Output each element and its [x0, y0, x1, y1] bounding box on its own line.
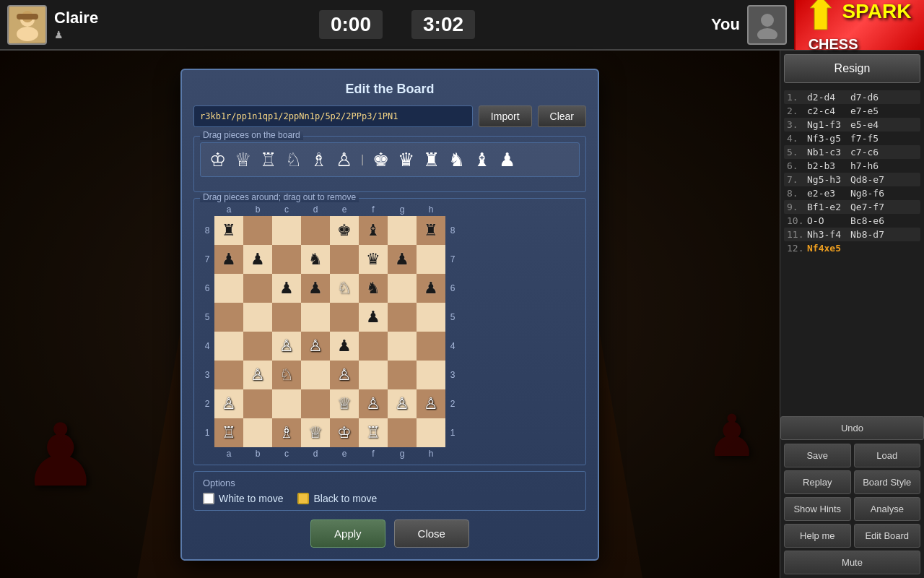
move-white[interactable]: O-O	[807, 215, 850, 226]
board-cell-a6[interactable]	[214, 274, 243, 303]
help-me-button[interactable]: Help me	[784, 524, 851, 548]
white-knight-piece[interactable]: ♘	[282, 149, 305, 171]
black-rook-piece[interactable]: ♜	[420, 149, 443, 171]
black-king-piece[interactable]: ♚	[370, 149, 392, 171]
white-queen-piece[interactable]: ♕	[232, 149, 254, 171]
white-king-piece[interactable]: ♔	[206, 149, 229, 171]
move-black[interactable]: e7-e5	[850, 105, 894, 116]
move-white[interactable]: Ng5-h3	[807, 174, 850, 185]
board-cell-d3[interactable]	[301, 361, 330, 389]
board-cell-g1[interactable]	[388, 418, 417, 447]
board-cell-h1[interactable]	[417, 418, 445, 447]
fen-input[interactable]	[193, 105, 473, 127]
move-white[interactable]: c2-c4	[807, 105, 850, 116]
white-rook-piece[interactable]: ♖	[257, 149, 279, 171]
board-cell-f4[interactable]	[359, 332, 388, 361]
board-cell-c5[interactable]	[272, 303, 301, 332]
board-cell-e5[interactable]	[330, 303, 359, 332]
board-cell-h5[interactable]	[417, 303, 445, 332]
board-cell-b7[interactable]: ♟	[243, 245, 272, 274]
board-cell-b5[interactable]	[243, 303, 272, 332]
white-pawn-piece[interactable]: ♙	[333, 149, 355, 171]
move-white[interactable]: Nb1-c3	[807, 147, 850, 158]
board-cell-c2[interactable]	[272, 389, 301, 418]
board-cell-b1[interactable]	[243, 418, 272, 447]
board-cell-g7[interactable]: ♟	[388, 245, 417, 274]
board-cell-e7[interactable]	[330, 245, 359, 274]
board-cell-d1[interactable]: ♕	[301, 418, 330, 447]
white-bishop-piece[interactable]: ♗	[308, 149, 330, 171]
board-cell-b6[interactable]	[243, 274, 272, 303]
move-white[interactable]: Nf4xe5	[807, 243, 850, 254]
board-cell-d6[interactable]: ♟	[301, 274, 330, 303]
move-black[interactable]: c7-c6	[850, 147, 894, 158]
board-cell-c7[interactable]	[272, 245, 301, 274]
board-cell-a8[interactable]: ♜	[214, 216, 243, 245]
black-to-move-option[interactable]: Black to move	[297, 493, 377, 504]
board-cell-e8[interactable]: ♚	[330, 216, 359, 245]
move-white[interactable]: Ng1-f3	[807, 119, 850, 130]
board-cell-d8[interactable]	[301, 216, 330, 245]
white-to-move-option[interactable]: White to move	[203, 493, 283, 504]
black-knight-piece[interactable]: ♞	[445, 149, 468, 171]
analyse-button[interactable]: Analyse	[854, 497, 921, 521]
edit-board-button[interactable]: Edit Board	[854, 524, 921, 548]
move-black[interactable]: d7-d6	[850, 92, 894, 103]
board-cell-c3[interactable]: ♘	[272, 361, 301, 389]
board-cell-a5[interactable]	[214, 303, 243, 332]
board-cell-f1[interactable]: ♖	[359, 418, 388, 447]
board-cell-c6[interactable]: ♟	[272, 274, 301, 303]
move-black[interactable]: Ng8-f6	[850, 188, 894, 199]
black-pawn-piece[interactable]: ♟	[496, 149, 518, 171]
board-cell-c4[interactable]: ♙	[272, 332, 301, 361]
board-cell-b3[interactable]: ♙	[243, 361, 272, 389]
load-button[interactable]: Load	[854, 444, 921, 467]
white-to-move-checkbox[interactable]	[203, 493, 214, 504]
replay-button[interactable]: Replay	[784, 470, 851, 494]
board-cell-f8[interactable]: ♝	[359, 216, 388, 245]
board-cell-a2[interactable]: ♙	[214, 389, 243, 418]
move-white[interactable]: Nf3-g5	[807, 133, 850, 144]
show-hints-button[interactable]: Show Hints	[784, 497, 851, 521]
board-cell-a1[interactable]: ♖	[214, 418, 243, 447]
move-white[interactable]: Bf1-e2	[807, 202, 850, 212]
undo-button[interactable]: Undo	[780, 416, 924, 440]
close-button[interactable]: Close	[394, 519, 469, 548]
board-cell-h7[interactable]	[417, 245, 445, 274]
move-black[interactable]: Bc8-e6	[850, 215, 894, 226]
board-cell-e1[interactable]: ♔	[330, 418, 359, 447]
board-cell-b8[interactable]	[243, 216, 272, 245]
resign-button[interactable]: Resign	[784, 54, 920, 83]
board-cell-e6[interactable]: ♘	[330, 274, 359, 303]
board-cell-d2[interactable]	[301, 389, 330, 418]
board-cell-f2[interactable]: ♙	[359, 389, 388, 418]
board-cell-c1[interactable]: ♗	[272, 418, 301, 447]
move-black[interactable]	[850, 243, 894, 254]
board-cell-f5[interactable]: ♟	[359, 303, 388, 332]
board-cell-g4[interactable]	[388, 332, 417, 361]
board-cell-b4[interactable]	[243, 332, 272, 361]
move-white[interactable]: d2-d4	[807, 92, 850, 103]
move-black[interactable]: Nb8-d7	[850, 229, 894, 240]
board-cell-f3[interactable]	[359, 361, 388, 389]
board-cell-a7[interactable]: ♟	[214, 245, 243, 274]
board-cell-h3[interactable]	[417, 361, 445, 389]
clear-button[interactable]: Clear	[538, 105, 586, 127]
save-button[interactable]: Save	[784, 444, 851, 467]
mute-button[interactable]: Mute	[784, 551, 920, 574]
move-black[interactable]: Qe7-f7	[850, 202, 894, 212]
board-cell-d5[interactable]	[301, 303, 330, 332]
board-cell-g3[interactable]	[388, 361, 417, 389]
board-cell-h6[interactable]: ♟	[417, 274, 445, 303]
board-cell-d4[interactable]: ♙	[301, 332, 330, 361]
move-white[interactable]: e2-e3	[807, 188, 850, 199]
apply-button[interactable]: Apply	[310, 519, 385, 548]
board-style-button[interactable]: Board Style	[854, 470, 921, 494]
move-black[interactable]: e5-e4	[850, 119, 894, 130]
move-white[interactable]: b2-b3	[807, 160, 850, 171]
black-bishop-piece[interactable]: ♝	[471, 149, 493, 171]
black-to-move-checkbox[interactable]	[297, 493, 309, 504]
board-cell-c8[interactable]	[272, 216, 301, 245]
board-cell-d7[interactable]: ♞	[301, 245, 330, 274]
board-cell-e3[interactable]: ♙	[330, 361, 359, 389]
